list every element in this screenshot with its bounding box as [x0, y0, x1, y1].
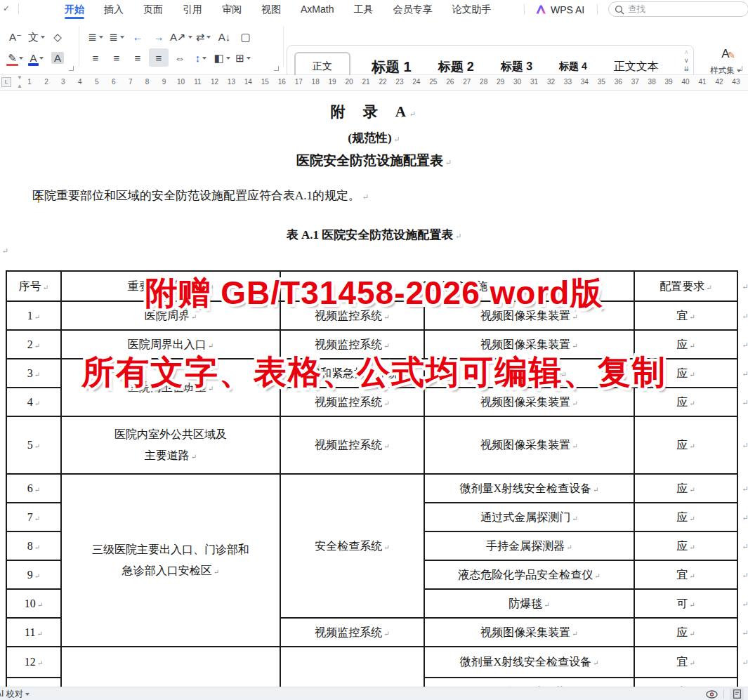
table-cell: 应↵ [634, 618, 737, 647]
tab-4[interactable]: 审阅 [212, 0, 251, 19]
style-gallery-item-1[interactable]: 标题 1 [372, 58, 412, 77]
ruler-number: 36 [615, 78, 622, 86]
table-cell: 视频图像采集装置 [424, 416, 634, 474]
paragraph-mark: ↵ [742, 369, 748, 378]
paragraph-dialog-launcher[interactable] [274, 66, 279, 71]
font-dialog-launcher[interactable] [69, 66, 74, 71]
style-gallery-item-2[interactable]: 标题 2 [438, 58, 474, 75]
numbered-list-icon[interactable]: ≣ [107, 27, 126, 46]
table-cell [61, 647, 280, 687]
style-gallery-item-3[interactable]: 标题 3 [501, 60, 532, 74]
table-cell: 2 [6, 330, 61, 359]
divider [524, 4, 525, 15]
shrink-font-icon[interactable]: A⁻ [6, 27, 25, 46]
char-shading-icon[interactable]: A [48, 48, 67, 67]
gallery-scroll-up-icon[interactable]: ∧ [684, 48, 689, 55]
ruler-number: 7 [129, 78, 133, 86]
tab-9[interactable]: 论文助手 [442, 0, 501, 19]
ruler-number: 37 [631, 78, 639, 86]
table-cell: 三级医院主要出入口、门诊部和 急诊部入口安检区 [61, 474, 280, 647]
clear-format-icon[interactable]: ◇ [48, 27, 67, 46]
table-cell [280, 647, 424, 687]
horizontal-ruler[interactable]: L ▼ ▲ 1234567891011121314151617181920212… [0, 75, 748, 91]
ai-proofread-button[interactable]: AI 校对 [0, 688, 29, 700]
tab-8[interactable]: 会员专享 [383, 0, 442, 19]
tab-2[interactable]: 页面 [133, 0, 173, 19]
tab-3[interactable]: 引用 [173, 0, 212, 19]
divider [18, 4, 19, 14]
ruler-number: 8 [145, 78, 150, 86]
justify-icon[interactable]: ≡ [149, 48, 169, 67]
align-center-icon[interactable]: ≡ [107, 48, 126, 67]
table-cell: 10 [6, 589, 61, 618]
paragraph-mark: ↵ [742, 570, 748, 579]
sort-icon[interactable]: A↓ [215, 27, 235, 46]
tab-list: 开始插入页面引用审阅视图AxMath工具会员专享论文助手 [55, 0, 501, 19]
highlight-pen-icon[interactable]: ✎ [6, 48, 25, 67]
distribute-icon[interactable]: ⇔ [170, 48, 190, 67]
ruler-number: 26 [446, 78, 454, 86]
decrease-indent-icon[interactable]: ← [128, 27, 147, 46]
tab-stop-selector[interactable]: L [1, 77, 11, 87]
bullet-list-icon[interactable]: ≣ [86, 27, 105, 46]
tab-7[interactable]: 工具 [343, 0, 383, 19]
text-direction-icon[interactable]: ⇄ [194, 27, 214, 46]
paragraph-mark: ↵ [742, 541, 748, 550]
search-box[interactable] [608, 1, 748, 17]
shading-icon[interactable]: ◧ [212, 48, 232, 67]
ruler-number: 1 [27, 78, 32, 86]
style-gallery-item-4[interactable]: 标题 4 [559, 60, 587, 73]
table-cell: 医院内室外公共区域及 主要道路 [61, 416, 280, 474]
page-view-icon[interactable] [730, 688, 744, 700]
paragraph-mark: ↵ [742, 340, 748, 349]
wps-ai-button[interactable]: WPS AI [528, 0, 591, 19]
line-spacing-icon[interactable]: ↕ [191, 48, 211, 67]
body-paragraph: 医院重要部位和区域的安全防范设施配置应符合表A.1的规定。 [0, 187, 737, 204]
tab-1[interactable]: 插入 [94, 0, 133, 19]
table-row: 5医院内室外公共区域及 主要道路视频监控系统视频图像采集装置应↵ [6, 416, 737, 474]
style-set-icon: A✎ [705, 47, 746, 62]
ruler-number: 2 [44, 78, 48, 86]
first-line-indent-marker[interactable]: ▼ [17, 74, 22, 81]
borders-icon[interactable]: ⊞ [233, 48, 253, 67]
ribbon: A⁻文◇ ✎AA ≣≣←→A↗⇄A↓▢ ≡≡≡≡⇔↕◧⊞ 正文标题 1标题 2标… [0, 19, 748, 75]
ruler-number: 38 [648, 78, 656, 86]
table-row: 12微剂量X射线安全检查设备宜↵ [6, 647, 737, 678]
align-right-icon[interactable]: ≡ [128, 48, 147, 67]
paragraph-mark: ↵ [742, 513, 748, 522]
tab-6[interactable]: AxMath [291, 0, 343, 19]
style-gallery-item-5[interactable]: 正文文本 [614, 60, 659, 74]
ruler-number: 40 [681, 78, 689, 86]
left-indent-marker[interactable]: ▲ [17, 83, 22, 89]
font-tools-row1: A⁻文◇ [6, 27, 67, 46]
quick-access-check-icon[interactable]: ✓ [3, 4, 10, 13]
search-input[interactable] [628, 4, 740, 14]
ruler-number: 43 [732, 78, 740, 86]
phonetic-guide-icon[interactable]: 文 [27, 27, 46, 46]
table-cell: 应↵ [634, 531, 737, 560]
table-cell: 通过式金属探测门 [424, 503, 634, 531]
watermark-line2: 所有文字、表格、公式均可编辑、复制所有文字、表格、公式均可编辑、复制 [81, 350, 667, 395]
style-set-button[interactable]: A✎ 样式集 [705, 47, 746, 76]
table-cell: 6 [6, 474, 61, 503]
ruler-number: 21 [362, 78, 369, 86]
appendix-heading: 附 录 A [0, 102, 748, 121]
tab-5[interactable]: 视图 [251, 0, 291, 19]
increase-indent-icon[interactable]: → [149, 27, 169, 46]
gallery-scroll-down-icon[interactable]: ∨ [684, 57, 689, 64]
eye-protection-icon[interactable] [706, 690, 718, 699]
gallery-expand-icon[interactable]: ⇊ [683, 65, 689, 72]
table-cell: 微剂量X射线安全检查设备 [424, 474, 634, 503]
wps-writer-window: ✓ 开始插入页面引用审阅视图AxMath工具会员专享论文助手 WPS AI A⁻… [0, 0, 748, 700]
font-tools-row2: ✎AA [6, 48, 67, 67]
document-page[interactable]: 附 录 A (规范性) 医院安全防范设施配置表 医院重要部位和区域的安全防范设施… [0, 91, 748, 687]
table-cell: 9 [6, 560, 61, 589]
text-effect-icon[interactable]: A↗ [170, 27, 192, 46]
ruler-number: 29 [497, 78, 504, 86]
ruler-number: 14 [244, 78, 252, 86]
select-icon[interactable]: ▢ [236, 27, 256, 46]
ruler-number: 4 [78, 78, 82, 86]
tab-0[interactable]: 开始 [55, 0, 94, 19]
align-left-icon[interactable]: ≡ [86, 48, 105, 67]
font-color-icon[interactable]: A [27, 48, 46, 67]
